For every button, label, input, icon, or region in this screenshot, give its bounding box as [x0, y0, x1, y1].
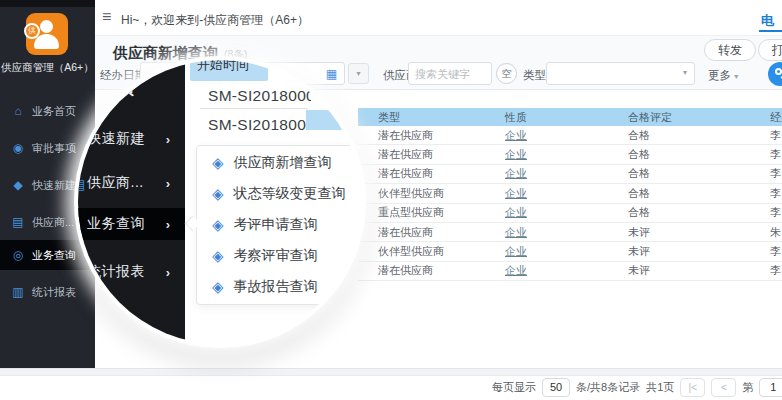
magnified-header-fragment — [306, 110, 362, 130]
submenu-item-status-change-query[interactable]: ◈ 状态等级变更查询 — [197, 178, 362, 209]
table-row[interactable]: 潜在供应商企业合格李 — [358, 126, 782, 145]
sidebar-item-label: 快速新建 — [32, 178, 76, 193]
cell-nature-link[interactable]: 企业 — [505, 263, 628, 278]
submenu-item-supplier-new-query[interactable]: ◈ 供应商新增查询 — [197, 147, 362, 178]
cell-qualification: 合格 — [628, 166, 770, 181]
hamburger-icon[interactable]: ≡ — [102, 8, 111, 26]
cell-nature-link[interactable]: 企业 — [505, 166, 628, 181]
layers-icon: ◈ — [212, 216, 224, 234]
logo-badge: 供 — [24, 23, 40, 39]
cell-qualification: 合格 — [628, 205, 770, 220]
approval-icon: ◉ — [11, 141, 25, 155]
submenu-item-evaluation-apply-query[interactable]: ◈ 考评申请查询 — [197, 209, 362, 240]
cell-type: 潜在供应商 — [378, 225, 505, 240]
layers-icon: ◈ — [212, 278, 224, 296]
layers-icon: ◈ — [212, 247, 224, 265]
per-page-label: 每页显示 — [492, 380, 536, 395]
pagination: 每页显示 50 条/共8条记录 共1页 |< < 第 1 页 — [492, 378, 782, 397]
prev-page-button[interactable]: < — [711, 378, 736, 397]
page-prefix-label: 第 — [742, 380, 753, 395]
cell-type: 伙伴型供应商 — [378, 244, 505, 259]
flyout-submenu: ◈ 供应商新增查询 ◈ 状态等级变更查询 ◈ 考评申请查询 ◈ 考察评审查询 ◈… — [196, 145, 362, 305]
supplier-card-icon: ▤ — [11, 215, 25, 229]
calendar-icon[interactable]: ▦ — [326, 67, 337, 81]
type-select[interactable]: ▾ — [546, 62, 695, 85]
first-page-button[interactable]: |< — [680, 378, 705, 397]
greeting-text: Hi~，欢迎来到-供应商管理（A6+） — [121, 12, 309, 29]
cell-handler: 李 — [770, 128, 782, 143]
chevron-down-icon: ▾ — [683, 68, 687, 77]
sidebar-top-strip — [0, 0, 95, 7]
layers-icon: ◈ — [212, 154, 224, 172]
cell-nature-link[interactable]: 企业 — [505, 244, 628, 259]
person-icon — [40, 20, 53, 33]
total-pages-label: 共1页 — [646, 380, 674, 395]
column-header[interactable]: 合格评定 — [628, 110, 770, 125]
app-title: 供应商管理（A6+） — [0, 61, 95, 75]
cell-type: 伙伴型供应商 — [378, 186, 505, 201]
chevron-down-icon: ▾ — [356, 69, 360, 78]
chevron-right-icon: › — [166, 176, 170, 191]
supplier-search-input[interactable] — [408, 62, 492, 85]
cell-qualification: 合格 — [628, 128, 770, 143]
cell-nature-link[interactable]: 企业 — [505, 225, 628, 240]
empty-filter-button[interactable]: 空 — [496, 63, 517, 84]
cell-qualification: 合格 — [628, 186, 770, 201]
cell-nature-link[interactable]: 企业 — [505, 128, 628, 143]
sidebar-item-business-query[interactable]: ◎ 业务查询 — [0, 240, 95, 270]
magnifier-lens: 事项 ▤ ◎ 快速新建 › 供应商... › 业务查询 › 统计报表 › 开始时… — [78, 60, 362, 344]
sidebar-item-label: 审批事项 — [32, 141, 76, 156]
top-bar: ≡ Hi~，欢迎来到-供应商管理（A6+） 电 — [95, 0, 782, 36]
cell-nature-link[interactable]: 企业 — [505, 147, 628, 162]
table-row[interactable]: 潜在供应商企业未评朱 — [358, 223, 782, 242]
magnified-menu-business-query[interactable]: 业务查询 › — [78, 208, 185, 240]
chevron-down-icon: ▾ — [734, 72, 738, 81]
search-icon — [775, 68, 782, 75]
bottom-divider — [0, 368, 782, 376]
row-divider — [200, 108, 308, 109]
table-row[interactable]: 伙伴型供应商企业未评李 — [358, 242, 782, 261]
sidebar-item-approvals[interactable]: ◉ 审批事项 — [0, 133, 95, 163]
per-page-input[interactable]: 50 — [542, 378, 570, 397]
cell-qualification: 未评 — [628, 263, 770, 278]
sidebar-item-home[interactable]: ⌂ 业务首页 — [0, 96, 95, 126]
sidebar-item-label: 业务查询 — [32, 248, 76, 263]
cell-type: 潜在供应商 — [378, 128, 505, 143]
home-icon: ⌂ — [11, 104, 25, 118]
top-tab-underline — [759, 30, 782, 32]
submenu-item-incident-report-query[interactable]: ◈ 事故报告查询 — [197, 271, 362, 302]
cell-qualification: 未评 — [628, 244, 770, 259]
sidebar-item-label: 业务首页 — [32, 104, 76, 119]
records-label: 条/共8条记录 — [576, 380, 640, 395]
chevron-right-icon: › — [166, 217, 170, 232]
table-row[interactable]: 潜在供应商企业未评李 — [358, 262, 782, 281]
cell-qualification: 合格 — [628, 147, 770, 162]
cell-nature-link[interactable]: 企业 — [505, 186, 628, 201]
magnified-menu-supplier[interactable]: 供应商... › — [78, 168, 185, 198]
sidebar-item-reports[interactable]: ▥ 统计报表 — [0, 277, 95, 307]
page-number-input[interactable]: 1 — [759, 378, 782, 397]
sidebar-item-label: 供应商... — [32, 215, 74, 230]
column-header[interactable]: 类型 — [378, 110, 505, 125]
column-header[interactable]: 经办人 — [770, 110, 782, 125]
table-row[interactable]: 潜在供应商企业合格李 — [358, 165, 782, 184]
submenu-item-inspection-review-query[interactable]: ◈ 考察评审查询 — [197, 240, 362, 271]
date-dropdown-button[interactable]: ▾ — [348, 63, 369, 84]
print-button[interactable]: 打印 — [758, 39, 782, 61]
cell-handler: 李 — [770, 147, 782, 162]
top-tab-partial[interactable]: 电 — [761, 12, 774, 30]
cell-handler: 李 — [770, 244, 782, 259]
cell-type: 潜在供应商 — [378, 166, 505, 181]
table-row[interactable]: 潜在供应商企业合格李 — [358, 145, 782, 164]
forward-button[interactable]: 转发 — [704, 39, 756, 61]
table-row[interactable]: 伙伴型供应商企业合格李 — [358, 184, 782, 203]
table-row[interactable]: 重点型供应商企业合格李 — [358, 204, 782, 223]
cell-qualification: 未评 — [628, 225, 770, 240]
search-button[interactable] — [768, 62, 782, 86]
quick-new-icon: ◆ — [11, 178, 25, 192]
column-header[interactable]: 性质 — [505, 110, 628, 125]
cell-nature-link[interactable]: 企业 — [505, 205, 628, 220]
cell-type: 潜在供应商 — [378, 147, 505, 162]
report-icon: ▥ — [11, 285, 25, 299]
more-button[interactable]: 更多 ▾ — [708, 68, 738, 83]
